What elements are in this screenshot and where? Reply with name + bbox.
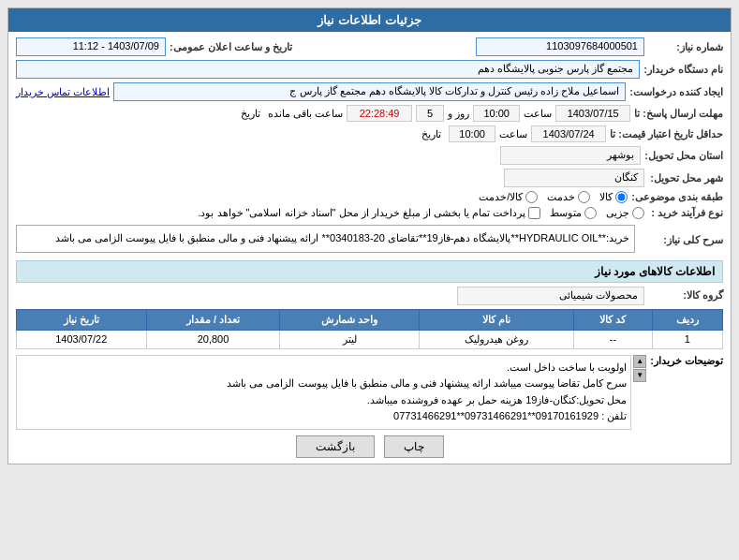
shomareNiaz-value: 1103097684000501 [476,37,644,56]
sarij-value: خرید:**HYDRAULIC OIL**پالایشگاه دهم-فاز1… [16,225,635,253]
geroheKala-value: محصولات شیمیائی [457,287,644,305]
notes-line2: سرح کامل تقاضا پیوست میباشد ارائه پیشنها… [21,376,627,392]
ijadKonande-label: ایجاد کننده درخواست: [629,86,723,98]
col-radif: ردیف [652,309,722,330]
ostan-value: بوشهر [500,146,641,165]
saat-label2: ساعت [499,128,527,140]
shahr-value: کنگان [504,169,644,187]
tabaqebandi-kala-radio[interactable] [615,191,628,203]
cell-radif: 1 [652,330,722,348]
ettelaatKala-title: اطلاعات کالاهای مورد نیاز [16,260,723,283]
noveFaraind-pardakht-label: پرداخت تمام یا بخشی از مبلغ خریدار از مح… [198,207,525,219]
cell-tedad: 20,800 [146,330,280,348]
bottom-buttons: چاپ بازگشت [16,435,723,458]
saat-label: ساعت [524,108,552,120]
namDastgah-value: مجتمع گاز پارس جنوبی پالایشگاه دهم [16,60,640,79]
notes-line4: تلفن : 09170161929**09731466291**0773146… [21,408,627,425]
cell-kodKala: -- [574,330,653,348]
hadaqalTarikh-label: حداقل تاریخ اعتبار قیمت: تا [610,128,723,140]
tabaqebandi-khedmat-label: خدمت [547,191,575,203]
scrollbar[interactable]: ▲ ▼ [633,355,646,430]
tarikh-label: تاریخ و ساعت اعلان عمومی: [170,41,292,53]
namDastgah-label: نام دستگاه خریدار: [643,64,723,76]
noveFaraind-jozi-item[interactable]: جزیی [606,207,644,219]
tabaqebandi-kalakhedmat-label: کالا/خدمت [479,191,523,203]
sarij-label: سرح کلی نیاز: [639,234,723,246]
col-vahed: واحد شمارش [280,309,420,330]
shomareNiaz-label: شماره نیاز: [648,41,723,53]
shahr-label: شهر محل تحویل: [648,172,723,184]
col-tarikh: تاریخ نیاز [17,309,147,330]
tarikh-sub-label: تاریخ [241,108,260,120]
noveFaraind-motavaset-radio[interactable] [584,207,597,219]
mohlatErsalPasox-mande: 22:28:49 [347,105,412,122]
tabaqebandi-group: کالا خدمت کالا/خدمت [479,191,628,203]
mohlatErsalPasox-label: مهلت ارسال پاسخ: تا [634,108,723,120]
tabaqebandi-kala-item[interactable]: کالا [599,191,628,203]
tabaqebandi-kalakhedmat-item[interactable]: کالا/خدمت [479,191,538,203]
tabaqebandi-kalakhedmat-radio[interactable] [525,191,538,203]
mohlatErsalPasox-roz: 5 [416,105,444,122]
chap-button[interactable]: چاپ [384,435,444,458]
tabaqebandi-label: طبقه بندی موضوعی: [631,191,723,203]
scroll-up-arrow[interactable]: ▲ [633,355,646,368]
hadaqalTarikh-saat: 10:00 [449,125,495,142]
etelaatTamas-link[interactable]: اطلاعات تماس خریدار [16,86,110,98]
noveFaraind-jozi-radio[interactable] [632,207,644,219]
geroheKala-label: گروه کالا: [648,289,723,302]
col-namKala: نام کالا [420,309,574,330]
tabaqebandi-khedmat-item[interactable]: خدمت [547,191,590,203]
tabaqebandi-khedmat-radio[interactable] [578,191,590,203]
cell-vahed: لیتر [280,330,420,348]
ijadKonande-value: اسماعیل ملاح زاده رئیس کنترل و تدارکات ک… [113,82,626,101]
noveFaraind-motavaset-item[interactable]: متوسط [550,207,597,219]
mande-label: ساعت باقی مانده [268,108,343,120]
noveFaraind-pardakht-check[interactable] [528,207,540,219]
noveFaraind-jozi-label: جزیی [606,207,629,219]
tarikh-value: 1403/07/09 - 11:12 [16,37,166,56]
scroll-down-arrow[interactable]: ▼ [633,369,646,382]
cell-namKala: روغن هیدرولیک [420,330,574,348]
page-title: جزئیات اطلاعات نیاز [8,8,731,32]
tarikh-sub-label2: تاریخ [421,128,441,140]
roz-label: روز و [448,108,469,120]
noveFaraind-group: جزیی متوسط پرداخت تمام یا بخشی از مبلغ خ… [198,207,644,219]
col-tedad: تعداد / مقدار [146,309,280,330]
mohlatErsalPasox-date: 1403/07/15 [555,105,630,122]
hadaqalTarikh-date: 1403/07/24 [531,125,606,142]
col-kodKala: کد کالا [574,309,653,330]
kala-table: ردیف کد کالا نام کالا واحد شمارش تعداد /… [16,309,723,349]
table-row: 1 -- روغن هیدرولیک لیتر 20,800 1403/07/2… [17,330,723,348]
mohlatErsalPasox-saat: 10:00 [473,105,520,122]
noveFaraind-motavaset-label: متوسط [550,207,582,219]
ostan-label: استان محل تحویل: [644,150,723,162]
cell-tarikh: 1403/07/22 [17,330,147,348]
notes-label: توضیحات خریدار: [650,355,723,430]
notes-line3: محل تحویل:کنگان-فاز19 هزینه حمل بر عهده … [21,392,627,409]
bazgasht-button[interactable]: بازگشت [296,435,375,458]
noveFaraind-pardakht-item[interactable]: پرداخت تمام یا بخشی از مبلغ خریدار از مح… [198,207,540,219]
notes-content: اولویت با ساخت داخل است. سرح کامل تقاضا … [16,355,631,430]
notes-line1: اولویت با ساخت داخل است. [21,360,627,376]
tabaqebandi-kala-label: کالا [599,191,613,203]
noveFaraind-label: نوع فرآیند خرید : [648,207,723,219]
